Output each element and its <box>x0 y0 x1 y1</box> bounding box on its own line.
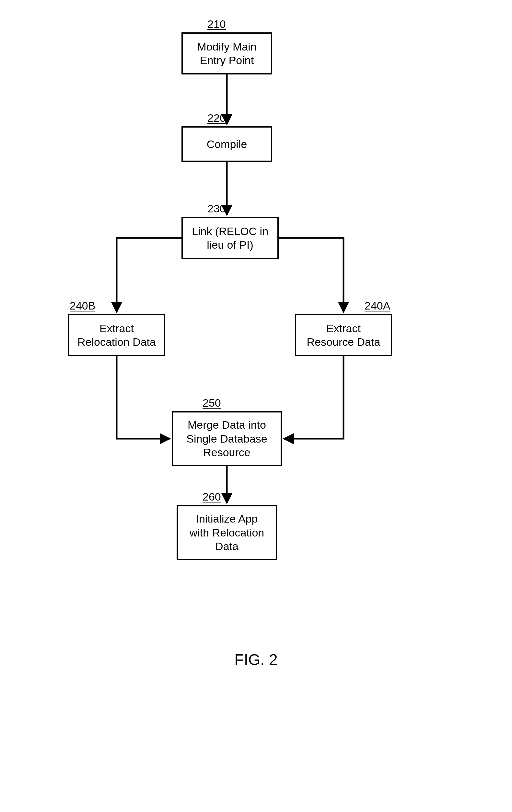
connectors <box>0 0 512 812</box>
node-210-modify-main-entry-point: Modify MainEntry Point <box>182 32 272 75</box>
node-label-240a: 240A <box>365 299 390 312</box>
node-label-210: 210 <box>207 18 226 30</box>
node-240a-extract-resource: ExtractResource Data <box>295 314 392 356</box>
flowchart-canvas: 210 220 230 240B 240A 250 260 Modify Mai… <box>0 0 512 812</box>
node-260-initialize-app: Initialize Appwith RelocationData <box>177 505 277 560</box>
node-label-240b: 240B <box>70 299 95 312</box>
node-230-link-reloc: Link (RELOC inlieu of PI) <box>182 217 279 259</box>
node-label-250: 250 <box>203 397 221 409</box>
node-250-merge-data: Merge Data intoSingle DatabaseResource <box>172 411 282 466</box>
node-label-220: 220 <box>207 112 226 124</box>
node-220-compile: Compile <box>182 126 272 162</box>
node-label-260: 260 <box>203 491 221 503</box>
node-240b-extract-relocation: ExtractRelocation Data <box>68 314 165 356</box>
figure-caption: FIG. 2 <box>0 651 512 669</box>
node-label-230: 230 <box>207 202 226 215</box>
